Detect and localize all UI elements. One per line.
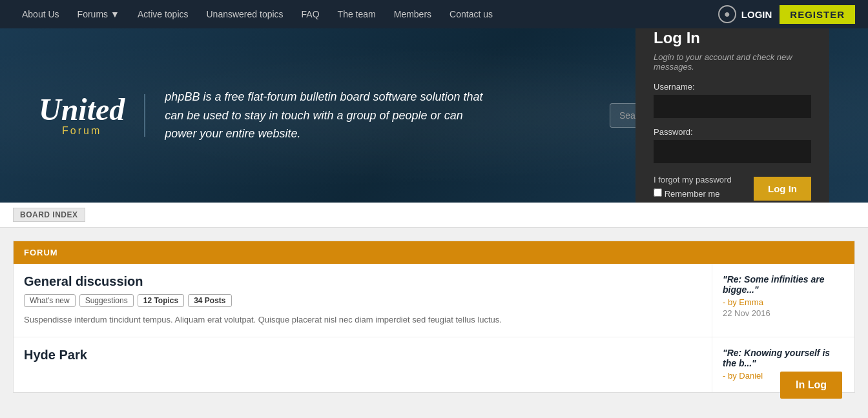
forum-row: General discussion What's new Suggestion… [14,264,854,337]
last-post-title-hyde[interactable]: "Re: Knowing yourself is the b..." [723,348,844,368]
login-options: I forgot my password Remember me [654,175,732,202]
nav-members[interactable]: Members [385,0,440,28]
main-nav: About Us Forums ▼ Active topics Unanswer… [0,0,868,28]
nav-unanswered-topics[interactable]: Unanswered topics [198,0,293,28]
last-post-title-general[interactable]: "Re: Some infinities are bigge..." [723,274,844,295]
main-container: FORUM General discussion What's new Sugg… [0,228,868,406]
nav-faq[interactable]: FAQ [293,0,329,28]
nav-forums[interactable]: Forums ▼ [68,0,129,28]
tag-whats-new[interactable]: What's new [24,294,76,307]
forgot-password-link[interactable]: I forgot my password [654,175,732,184]
login-submit-button[interactable]: Log In [754,177,811,201]
last-post-by-general: - by Emma [723,297,844,307]
forum-title-hyde[interactable]: Hyde Park [24,348,701,363]
chevron-down-icon: ▼ [110,0,119,28]
nav-active-topics[interactable]: Active topics [129,0,198,28]
hero-left: United Forum phpBB is a free flat-forum … [39,88,488,143]
nav-about-us[interactable]: About Us [13,0,68,28]
nav-the-team[interactable]: The team [329,0,385,28]
forum-last-general: "Re: Some infinities are bigge..." - by … [712,264,854,337]
tag-suggestions[interactable]: Suggestions [79,294,134,307]
login-title: Log In [654,29,811,47]
username-input[interactable] [654,95,811,118]
remember-me-checkbox[interactable] [654,188,662,197]
forum-title-general[interactable]: General discussion [24,274,701,289]
nav-contact-us[interactable]: Contact us [440,0,502,28]
forum-tags-general: What's new Suggestions 12 Topics 34 Post… [24,294,701,307]
tag-topics-count: 12 Topics [138,294,184,307]
remember-me-label: Remember me [654,188,732,199]
content-area: FORUM General discussion What's new Sugg… [13,241,855,393]
logo-text: United [39,94,125,125]
user-icon: ● [718,5,736,23]
login-panel: Log In Login to your account and check n… [636,28,829,203]
password-label: Password: [654,127,811,137]
nav-links: About Us Forums ▼ Active topics Unanswer… [13,0,502,28]
username-label: Username: [654,82,811,92]
register-button[interactable]: REGISTER [780,5,855,24]
forum-main-general: General discussion What's new Suggestion… [14,264,712,337]
login-subtitle: Login to your account and check new mess… [654,52,811,72]
logo-area: United Forum [39,94,145,137]
hero-section: United Forum phpBB is a free flat-forum … [0,28,868,203]
password-input[interactable] [654,140,811,163]
in-log-badge[interactable]: In Log [780,372,842,399]
breadcrumb-bar: BOARD INDEX [0,203,868,228]
hero-description: phpBB is a free flat-forum bulletin boar… [165,88,488,143]
forum-row-hyde-park: Hyde Park "Re: Knowing yourself is the b… [14,337,854,392]
breadcrumb[interactable]: BOARD INDEX [13,208,85,222]
last-post-author-general[interactable]: Emma [739,297,763,307]
forum-section: FORUM General discussion What's new Sugg… [13,241,855,393]
forum-main-hyde: Hyde Park [14,337,712,392]
last-post-date-general: 22 Nov 2016 [723,308,844,318]
logo-sub: Forum [62,125,101,137]
last-post-author-hyde[interactable]: Daniel [739,371,763,381]
tag-posts-count: 34 Posts [188,294,231,307]
forum-header: FORUM [14,241,854,264]
forum-description-general: Suspendisse interdum tincidunt tempus. A… [24,314,701,326]
nav-auth: ● LOGIN REGISTER [718,5,855,24]
login-button[interactable]: ● LOGIN [718,5,772,23]
login-bottom: I forgot my password Remember me Log In [654,175,811,202]
